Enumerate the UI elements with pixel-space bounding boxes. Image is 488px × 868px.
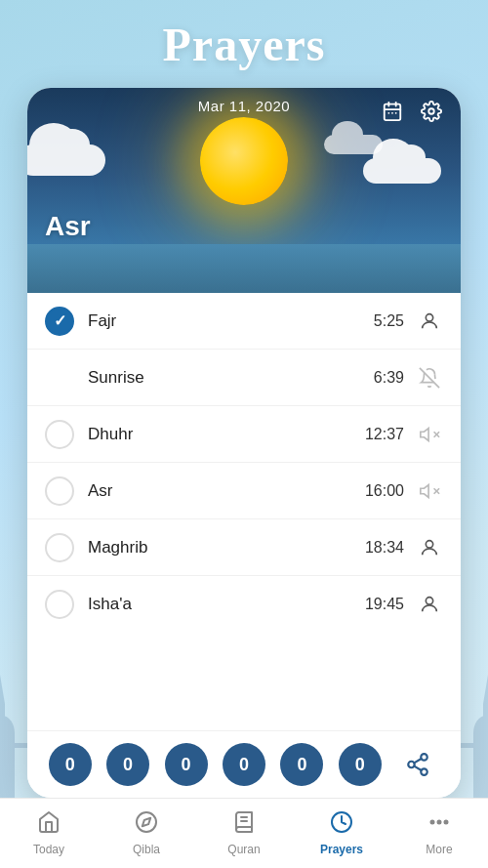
prayer-row-dhuhr: Dhuhr 12:37 (27, 406, 461, 463)
maghrib-name: Maghrib (88, 538, 365, 558)
svg-marker-39 (421, 484, 428, 497)
book-icon (232, 810, 256, 840)
counter-3[interactable]: 0 (165, 743, 208, 786)
cloud-graphic-2 (363, 158, 441, 184)
share-button[interactable] (396, 743, 439, 786)
clock-icon (330, 810, 353, 840)
prayer-row-asr: Asr 16:00 (27, 463, 461, 519)
prayer-row-sunrise: Sunrise 6:39 (27, 350, 461, 406)
nav-prayers-label: Prayers (320, 843, 363, 856)
asr-notif[interactable] (416, 477, 443, 505)
asr-name: Asr (88, 481, 365, 501)
sunrise-check (45, 363, 74, 393)
counter-2[interactable]: 0 (106, 743, 149, 786)
svg-line-47 (415, 766, 422, 770)
fajr-check[interactable] (45, 307, 74, 336)
svg-point-55 (438, 821, 441, 824)
svg-rect-8 (0, 704, 5, 738)
prayer-list: Fajr 5:25 Sunrise 6:39 (27, 293, 461, 730)
maghrib-check[interactable] (45, 533, 74, 562)
sky-scene: Mar 11, 2020 (27, 88, 461, 293)
svg-point-56 (445, 821, 448, 824)
counter-6[interactable]: 0 (339, 743, 382, 786)
ishaa-notif[interactable] (416, 591, 443, 618)
nav-today[interactable]: Today (0, 799, 98, 868)
svg-point-33 (428, 108, 434, 114)
compass-icon (135, 810, 158, 840)
nav-more-label: More (426, 843, 452, 856)
sunrise-name: Sunrise (88, 368, 374, 388)
prayer-row-maghrib: Maghrib 18:34 (27, 519, 461, 576)
prayer-row-fajr: Fajr 5:25 (27, 293, 461, 350)
home-icon (37, 810, 61, 840)
svg-point-54 (431, 821, 434, 824)
dhuhr-check[interactable] (45, 420, 74, 449)
header-top-bar: Mar 11, 2020 (27, 88, 461, 124)
maghrib-time: 18:34 (365, 539, 404, 557)
fajr-notif[interactable] (416, 308, 443, 335)
cloud-graphic-3 (324, 135, 383, 154)
nav-more[interactable]: More (390, 799, 488, 868)
svg-point-49 (137, 812, 156, 832)
svg-point-34 (426, 313, 432, 320)
current-prayer-label: Asr (45, 211, 91, 242)
dots-icon (427, 810, 451, 840)
horizon-graphic (27, 244, 461, 293)
svg-point-42 (426, 540, 432, 547)
counter-4[interactable]: 0 (223, 743, 265, 786)
header-icons (377, 96, 447, 127)
main-card: Mar 11, 2020 (27, 88, 461, 798)
calendar-button[interactable] (377, 96, 408, 127)
date-display: Mar 11, 2020 (198, 98, 290, 114)
svg-point-43 (426, 598, 432, 604)
cloud-graphic-1 (27, 145, 105, 176)
svg-marker-36 (421, 428, 428, 440)
page-title: Prayers (0, 0, 488, 71)
svg-marker-50 (142, 818, 150, 826)
svg-marker-24 (483, 675, 488, 704)
svg-rect-26 (385, 104, 401, 121)
svg-rect-23 (483, 704, 488, 738)
counter-row: 0 0 0 0 0 0 (27, 730, 461, 798)
dhuhr-notif[interactable] (416, 421, 443, 448)
svg-marker-9 (0, 675, 5, 704)
fajr-time: 5:25 (374, 312, 404, 330)
counter-5[interactable]: 0 (280, 743, 323, 786)
dhuhr-name: Dhuhr (88, 425, 365, 444)
nav-prayers[interactable]: Prayers (293, 799, 390, 868)
nav-quran[interactable]: Quran (195, 799, 293, 868)
sunrise-time: 6:39 (374, 369, 404, 387)
maghrib-notif[interactable] (416, 534, 443, 561)
ishaa-check[interactable] (45, 590, 74, 619)
nav-quran-label: Quran (227, 843, 260, 856)
svg-line-35 (420, 367, 439, 387)
svg-line-48 (415, 759, 422, 763)
sunrise-notif[interactable] (416, 364, 443, 392)
sun-graphic (200, 117, 288, 205)
bottom-nav: Today Qibla Quran Praye (0, 798, 488, 868)
nav-qibla[interactable]: Qibla (98, 799, 195, 868)
counter-1[interactable]: 0 (49, 743, 92, 786)
asr-check[interactable] (45, 476, 74, 506)
fajr-name: Fajr (88, 311, 374, 331)
nav-qibla-label: Qibla (133, 843, 160, 856)
prayer-row-ishaa: Isha'a 19:45 (27, 576, 461, 633)
ishaa-time: 19:45 (365, 596, 404, 613)
ishaa-name: Isha'a (88, 595, 365, 614)
dhuhr-time: 12:37 (365, 426, 404, 443)
nav-today-label: Today (33, 843, 64, 856)
settings-button[interactable] (416, 96, 447, 127)
asr-time: 16:00 (365, 482, 404, 500)
